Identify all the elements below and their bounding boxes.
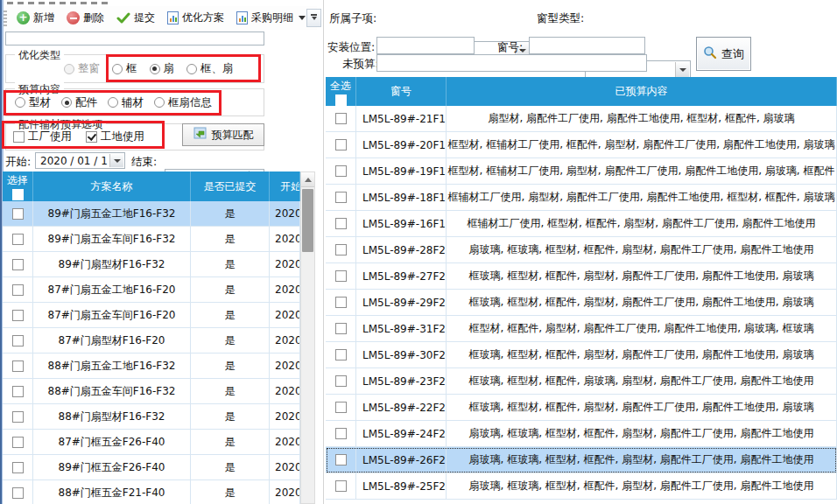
start-column-header[interactable]: 开始 (270, 172, 300, 201)
window-no-column-header[interactable]: 窗号 (356, 77, 447, 106)
select-all-checkbox[interactable] (335, 94, 347, 106)
row-select-cell[interactable] (3, 430, 33, 454)
plan-table-row[interactable]: 89#门扇五金车间F16-F32是2020/0 (3, 227, 300, 252)
window-table-row[interactable]: LM5L-89#-26F24扇玻璃, 框玻璃, 框型材, 框配件, 扇型材, 扇… (326, 447, 837, 473)
window-table-row[interactable]: LM5L-89#-19F17框型材, 框辅材工厂使用, 扇型材, 扇配件工厂使用… (326, 158, 837, 185)
row-select-cell[interactable] (3, 455, 33, 480)
plan-table-row[interactable]: 88#门框五金F21-F40是2020/0 (3, 480, 300, 504)
row-select-cell[interactable] (3, 354, 33, 378)
window-no-input[interactable] (529, 37, 645, 54)
row-select-cell[interactable] (326, 290, 356, 315)
plan-table-row[interactable]: 87#门扇型材F16-F20是2020/0 (3, 328, 300, 354)
budget-match-button[interactable]: 预算匹配 (182, 123, 264, 146)
plan-table-row[interactable]: 87#门扇五金工地F16-F20是2020/0 (3, 277, 300, 303)
plan-name-cell: 88#门扇五金工地F16-F32 (33, 354, 191, 378)
plan-table-scrollbar[interactable] (300, 172, 315, 504)
radio-option[interactable]: 辅材 (108, 95, 144, 110)
add-button[interactable]: + 新增 (12, 9, 59, 27)
toolbar-overflow-button[interactable] (306, 9, 321, 27)
radio-option[interactable]: 框、扇 (186, 61, 234, 76)
window-table-row[interactable]: LM5L-89#-16F15框辅材工厂使用, 框型材, 框配件, 扇型材, 扇配… (326, 211, 837, 237)
radio-icon (112, 64, 123, 74)
select-column-header[interactable]: 选择 (3, 172, 33, 201)
dropdown-arrow-icon[interactable] (109, 154, 123, 167)
row-select-cell[interactable] (3, 252, 33, 276)
checkbox-icon (12, 335, 24, 346)
budget-optimization-window: + 新增 删除 提交 优化方案 采购明细 优化类 (0, 0, 837, 504)
row-select-cell[interactable] (3, 201, 33, 226)
window-table-row[interactable]: LM5L-89#-23F21框玻璃, 框型材, 框配件, 扇玻璃, 扇型材, 扇… (326, 368, 837, 395)
window-table-row[interactable]: LM5L-89#-21F19扇型材, 扇配件工厂使用, 扇配件工地使用, 框型材… (326, 106, 837, 132)
row-select-cell[interactable] (326, 316, 356, 341)
install-position-input[interactable] (376, 37, 475, 54)
radio-option[interactable]: 配件 (61, 95, 97, 110)
radio-option[interactable]: 框扇信息 (154, 95, 212, 110)
optimize-plan-button-label: 优化方案 (182, 10, 224, 25)
row-select-cell[interactable] (3, 303, 33, 327)
plan-filter-input[interactable] (5, 32, 264, 46)
budgeted-content-column-header[interactable]: 已预算内容 (447, 77, 837, 106)
window-table-row[interactable]: LM5L-89#-31F29框型材, 框配件, 扇型材, 扇配件工厂使用, 扇配… (326, 316, 837, 342)
row-select-cell[interactable] (3, 277, 33, 302)
row-select-cell[interactable] (326, 447, 356, 472)
checkbox-option[interactable]: 工地使用 (86, 130, 144, 144)
plan-table-row[interactable]: 88#门扇五金车间F16-F32是2020/0 (3, 379, 300, 404)
plan-table-row[interactable]: 89#门扇型材F16-F32是2020/0 (3, 252, 300, 277)
window-table-row[interactable]: LM5L-89#-20F18框型材, 框辅材工厂使用, 框配件, 扇型材, 扇配… (326, 132, 837, 158)
row-select-cell[interactable] (326, 132, 356, 158)
optimize-plan-button[interactable]: 优化方案 (163, 9, 229, 27)
row-select-cell[interactable] (3, 328, 33, 353)
dropdown-arrow-icon[interactable] (675, 62, 689, 78)
no-budget-input[interactable] (376, 54, 647, 72)
window-table-row[interactable]: LM5L-89#-27F25框玻璃, 框型材, 框配件, 扇型材, 扇配件工厂使… (326, 263, 837, 290)
window-table-row[interactable]: LM5L-89#-30F28框玻璃, 框型材, 框配件, 扇型材, 扇配件工厂使… (326, 342, 837, 368)
row-select-cell[interactable] (326, 473, 356, 499)
row-select-cell[interactable] (326, 237, 356, 262)
row-select-cell[interactable] (326, 395, 356, 420)
toolbar-grip[interactable] (4, 10, 7, 26)
window-budget-table: 全选 窗号 已预算内容 LM5L-89#-21F19扇型材, 扇配件工厂使用, … (326, 77, 837, 504)
purchase-detail-button[interactable]: 采购明细 (232, 9, 310, 27)
row-select-cell[interactable] (3, 404, 33, 429)
select-all-column-header[interactable]: 全选 (326, 77, 356, 106)
plan-table-row[interactable]: 87#门扇五金车间F16-F20是2020/0 (3, 303, 300, 328)
row-select-cell[interactable] (326, 421, 356, 446)
window-table-row[interactable]: LM5L-89#-18F16框辅材工厂使用, 扇型材, 扇配件工厂使用, 扇配件… (326, 185, 837, 211)
window-table-row[interactable]: LM5L-89#-24F22扇玻璃, 框玻璃, 框型材, 框配件, 扇型材, 扇… (326, 421, 837, 447)
row-select-cell[interactable] (3, 379, 33, 403)
submit-button[interactable]: 提交 (112, 9, 159, 27)
scrollbar-thumb[interactable] (302, 189, 313, 252)
window-table-row[interactable]: LM5L-89#-22F20框玻璃, 框型材, 框配件, 扇型材, 扇配件工厂使… (326, 395, 837, 421)
plan-table-row[interactable]: 87#门框五金F26-F40是2020/0 (3, 430, 300, 455)
query-button[interactable]: 查询 (696, 37, 751, 71)
row-select-cell[interactable] (326, 342, 356, 368)
start-date-cell: 2020/0 (270, 201, 300, 226)
row-select-cell[interactable] (3, 480, 33, 504)
row-select-cell[interactable] (326, 263, 356, 289)
checkbox-option[interactable]: 工厂使用 (13, 130, 72, 144)
window-table-row[interactable]: LM5L-89#-28F26扇玻璃, 框玻璃, 框型材, 框配件, 扇型材, 扇… (326, 237, 837, 263)
radio-option[interactable]: 型材 (15, 95, 51, 110)
row-select-cell[interactable] (326, 158, 356, 184)
row-select-cell[interactable] (326, 368, 356, 394)
row-select-cell[interactable] (326, 106, 356, 131)
plan-table-row[interactable]: 89#门框五金F26-F40是2020/0 (3, 455, 300, 480)
window-table-row[interactable]: LM5L-89#-25F23扇玻璃, 框玻璃, 框型材, 框配件, 扇型材, 扇… (326, 473, 837, 500)
select-all-checkbox[interactable] (12, 189, 24, 200)
scroll-up-icon[interactable] (301, 172, 314, 187)
row-select-cell[interactable] (326, 185, 356, 210)
radio-option[interactable]: 扇 (150, 61, 175, 76)
row-select-cell[interactable] (3, 227, 33, 251)
plan-table-row[interactable]: 89#门扇五金工地F16-F32是2020/0 (3, 201, 300, 227)
submitted-column-header[interactable]: 是否已提交 (191, 172, 270, 201)
delete-button[interactable]: 删除 (62, 9, 109, 27)
plan-table-row[interactable]: 88#门扇五金工地F16-F32是2020/0 (3, 354, 300, 379)
start-date-picker[interactable]: 2020 / 01 / 1 (35, 152, 125, 169)
plan-table-row[interactable]: 88#门扇型材F16-F32是2020/0 (3, 404, 300, 430)
start-date-cell: 2020/0 (270, 455, 300, 480)
plan-name-column-header[interactable]: 方案名称 (33, 172, 191, 201)
plan-table-body: 89#门扇五金工地F16-F32是2020/089#门扇五金车间F16-F32是… (3, 201, 300, 504)
window-table-row[interactable]: LM5L-89#-29F27框玻璃, 框型材, 框配件, 扇型材, 扇配件工厂使… (326, 290, 837, 316)
radio-option[interactable]: 框 (112, 61, 137, 76)
row-select-cell[interactable] (326, 211, 356, 236)
